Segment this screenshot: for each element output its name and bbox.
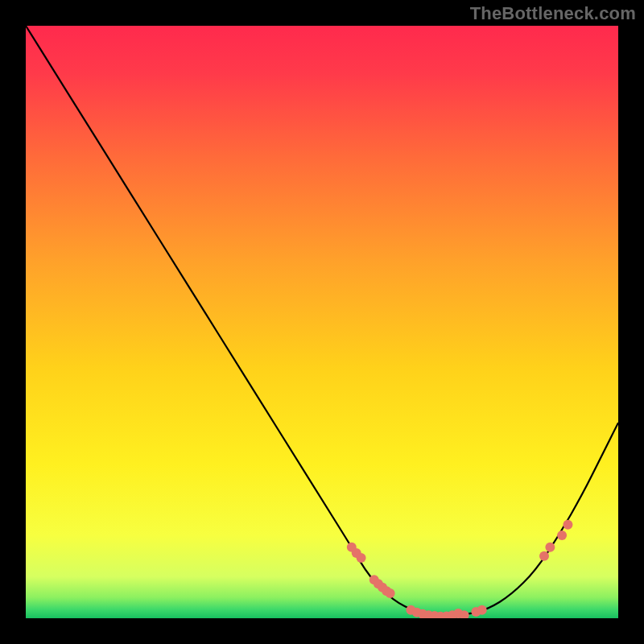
watermark-text: TheBottleneck.com: [470, 3, 636, 24]
chart-svg: [26, 26, 618, 618]
plot-area: [26, 26, 618, 618]
marker-dot: [357, 553, 366, 563]
chart-frame: TheBottleneck.com: [0, 0, 644, 644]
gradient-background: [26, 26, 618, 618]
marker-dot: [563, 520, 572, 530]
marker-dot: [557, 530, 567, 540]
marker-dot: [386, 588, 395, 598]
marker-dot: [539, 551, 549, 561]
marker-dot: [477, 605, 487, 615]
marker-dot: [545, 543, 555, 552]
